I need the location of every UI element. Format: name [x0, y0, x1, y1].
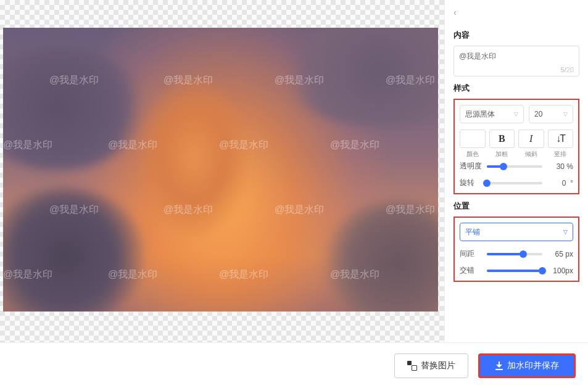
- preview-image[interactable]: @我是水印 @我是水印 @我是水印 @我是水印 @我是水印 @我是水印 @我是水…: [3, 28, 438, 312]
- rotate-value: 0 °: [547, 179, 573, 188]
- font-size-select[interactable]: 20▽: [529, 105, 573, 123]
- section-title-content: 内容: [453, 30, 579, 41]
- section-title-style: 样式: [453, 83, 579, 94]
- stagger-value: 100px: [547, 266, 573, 275]
- style-section: 思源黑体▽ 20▽ 颜色 B加粗 I倾斜 ↓T竖排 透明度 30 % 旋转 0 …: [453, 99, 579, 194]
- side-panel: ‹ 内容 @我是水印 5/20 样式 思源黑体▽ 20▽ 颜色 B加粗 I倾斜 …: [444, 0, 588, 342]
- content-value: @我是水印: [459, 52, 496, 60]
- stagger-slider[interactable]: [487, 270, 542, 272]
- watermark: @我是水印: [386, 204, 435, 217]
- layout-select[interactable]: 平铺▽: [460, 223, 573, 241]
- chevron-down-icon: ▽: [563, 229, 568, 235]
- watermark: @我是水印: [275, 204, 324, 217]
- back-button[interactable]: ‹: [453, 7, 457, 17]
- rotate-label: 旋转: [460, 178, 482, 188]
- watermark: @我是水印: [49, 74, 99, 87]
- chevron-down-icon: ▽: [514, 111, 518, 117]
- bold-button[interactable]: B加粗: [489, 130, 515, 159]
- watermark: @我是水印: [330, 139, 379, 152]
- color-picker[interactable]: 颜色: [460, 130, 486, 159]
- canvas-area: @我是水印 @我是水印 @我是水印 @我是水印 @我是水印 @我是水印 @我是水…: [0, 0, 444, 342]
- rotate-slider[interactable]: [487, 182, 542, 184]
- swap-icon: [407, 361, 417, 371]
- italic-button[interactable]: I倾斜: [518, 130, 544, 159]
- watermark: @我是水印: [164, 204, 213, 217]
- download-icon: [495, 361, 503, 370]
- position-section: 平铺▽ 间距 65 px 交错 100px: [453, 217, 579, 282]
- chevron-down-icon: ▽: [563, 111, 568, 117]
- spacing-value: 65 px: [547, 250, 573, 258]
- watermark: @我是水印: [275, 74, 324, 87]
- replace-image-button[interactable]: 替换图片: [394, 353, 468, 378]
- section-title-position: 位置: [453, 200, 579, 212]
- stagger-label: 交错: [460, 265, 482, 276]
- char-counter: 5/20: [561, 66, 574, 73]
- font-select[interactable]: 思源黑体▽: [460, 105, 524, 123]
- watermark: @我是水印: [219, 139, 268, 152]
- watermark: @我是水印: [108, 268, 157, 281]
- spacing-label: 间距: [460, 249, 482, 259]
- watermark: @我是水印: [164, 74, 213, 87]
- watermark: @我是水印: [3, 139, 52, 152]
- spacing-slider[interactable]: [487, 253, 542, 255]
- save-button[interactable]: 加水印并保存: [478, 353, 576, 378]
- opacity-slider[interactable]: [487, 165, 542, 168]
- opacity-label: 透明度: [460, 161, 482, 171]
- watermark: @我是水印: [108, 139, 157, 152]
- watermark: @我是水印: [49, 204, 99, 217]
- watermark: @我是水印: [219, 268, 268, 281]
- content-input[interactable]: @我是水印 5/20: [453, 46, 579, 76]
- watermark: @我是水印: [3, 268, 52, 281]
- opacity-value: 30 %: [547, 162, 573, 171]
- footer: 替换图片 加水印并保存: [0, 342, 588, 388]
- watermark: @我是水印: [386, 74, 435, 87]
- vertical-button[interactable]: ↓T竖排: [548, 130, 574, 159]
- watermark: @我是水印: [330, 268, 379, 281]
